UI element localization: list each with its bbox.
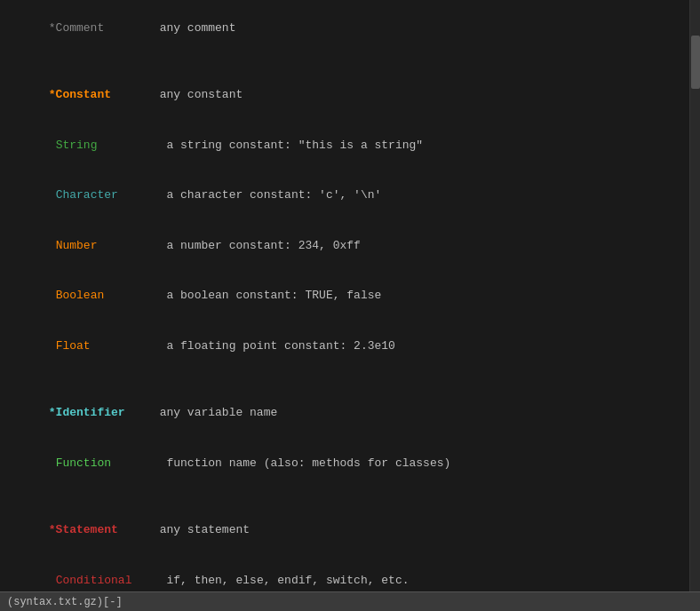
indent — [49, 574, 56, 587]
list-item: Float a floating point constant: 2.3e10 — [7, 321, 689, 372]
list-item: Number a number constant: 234, 0xff — [7, 221, 689, 272]
indent — [49, 456, 56, 470]
category-label: *Statement — [49, 523, 118, 536]
list-item: Character a character constant: 'c', '\n… — [7, 171, 689, 221]
sub-desc: a string constant: "this is a string" — [97, 139, 423, 152]
list-item: *Identifier any variable name — [7, 389, 689, 440]
list-item: Function function name (also: methods fo… — [7, 439, 689, 489]
sub-label: Conditional — [56, 574, 132, 587]
sub-label: Function — [56, 456, 111, 470]
category-desc: any statement — [118, 523, 250, 536]
list-item: String a string constant: "this is a str… — [7, 121, 689, 171]
empty-line — [7, 372, 689, 389]
indent — [49, 239, 56, 252]
status-text: (syntax.txt.gz)[-] — [7, 596, 123, 608]
sub-label: Boolean — [56, 289, 105, 302]
indent — [49, 339, 56, 353]
category-label: *Constant — [49, 88, 111, 101]
sub-desc: a number constant: 234, 0xff — [97, 239, 360, 252]
empty-line — [7, 54, 689, 71]
sub-desc: a character constant: 'c', '\n' — [118, 188, 381, 202]
indent — [49, 188, 56, 202]
sub-desc: a floating point constant: 2.3e10 — [91, 339, 395, 353]
list-item: *Comment any comment — [7, 4, 689, 54]
category-desc: any constant — [111, 88, 243, 101]
empty-line — [7, 489, 689, 506]
indent — [49, 289, 56, 302]
status-bar: (syntax.txt.gz)[-] — [0, 591, 700, 611]
list-item: *Statement any statement — [7, 505, 689, 556]
sub-label: Character — [56, 188, 118, 202]
sub-desc: if, then, else, endif, switch, etc. — [131, 574, 409, 587]
sub-desc: a boolean constant: TRUE, false — [104, 289, 381, 302]
list-item: *Constant any constant — [7, 70, 689, 121]
category-label: *Comment — [49, 21, 104, 35]
main-content: *Comment any comment *Constant any const… — [0, 0, 700, 591]
category-desc: any comment — [104, 21, 235, 35]
list-item: Boolean a boolean constant: TRUE, false — [7, 272, 689, 322]
sub-desc: function name (also: methods for classes… — [111, 456, 450, 470]
sub-label: Float — [56, 339, 91, 353]
scrollbar[interactable] — [689, 0, 700, 591]
list-item: Conditional if, then, else, endif, switc… — [7, 556, 689, 591]
sub-label: String — [56, 139, 98, 152]
category-desc: any variable name — [125, 406, 278, 419]
category-label: *Identifier — [49, 406, 125, 419]
sub-label: Number — [56, 239, 98, 252]
text-area: *Comment any comment *Constant any const… — [0, 0, 689, 591]
scrollbar-thumb[interactable] — [691, 36, 700, 89]
indent — [49, 139, 56, 152]
